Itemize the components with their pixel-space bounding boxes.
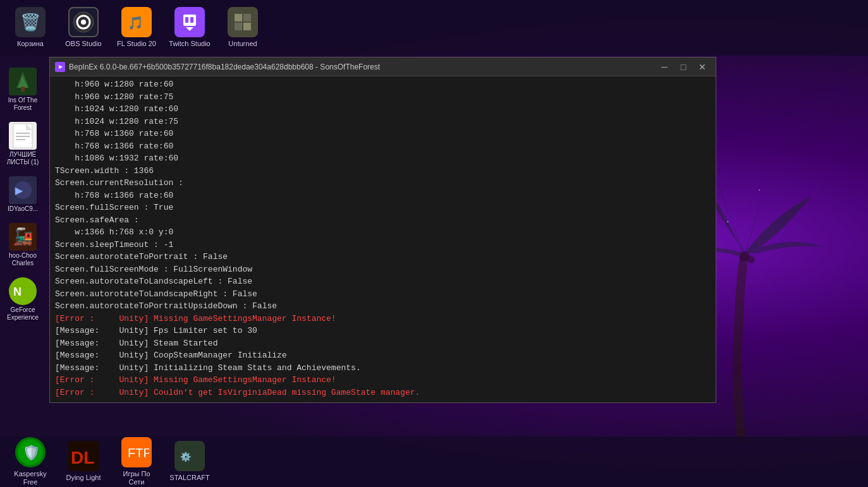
taskbar-top: 🗑️ Корзина OBS Studio 🎵 FL Studio 20 [0, 0, 868, 56]
console-line: h:1024 w:1280 rate:75 [55, 116, 711, 128]
ftp-label: Игры ПоСети [123, 470, 150, 486]
console-body: h:800 w:1280 rate:60 h:800 w:1280 rate:7… [50, 76, 716, 402]
taskbar-icon-obs[interactable]: OBS Studio [58, 3, 109, 52]
svg-rect-9 [185, 17, 188, 23]
document-label: ЛУЧШИЕ ЛИСТЫ (1) [4, 151, 42, 166]
console-line: h:1086 w:1932 rate:60 [55, 152, 711, 165]
svg-rect-15 [235, 23, 242, 30]
taskbar-icon-recycle-bin[interactable]: 🗑️ Корзина [5, 3, 56, 52]
console-line: [Message: Unity] Fps Limiter set to 30 [55, 325, 711, 337]
taskbar-icon-dying-light[interactable]: DL Dying Light [58, 437, 109, 486]
taskbar-icon-unturned[interactable]: Unturned [217, 3, 268, 52]
minimize-button[interactable]: ─ [656, 61, 673, 73]
svg-rect-13 [235, 14, 242, 21]
fl-studio-icon: 🎵 [121, 7, 152, 37]
stalcraft-icon: ⚙️ [174, 441, 205, 471]
console-line: h:960 w:1280 rate:60 [55, 78, 711, 91]
recycle-bin-label: Корзина [17, 40, 44, 48]
desktop-icon-document[interactable]: ЛУЧШИЕ ЛИСТЫ (1) [1, 119, 44, 169]
dying-light-label: Dying Light [66, 474, 101, 482]
dying-light-icon: DL [68, 441, 99, 471]
close-button[interactable]: ✕ [694, 61, 711, 73]
console-titlebar: BepInEx 6.0.0-be.667+6b500b35727716f8ba1… [50, 57, 716, 76]
game2-icon: ▶ [9, 176, 37, 204]
desktop-icon-nvidia[interactable]: N GeForce Experience [1, 275, 44, 324]
fl-studio-label: FL Studio 20 [117, 40, 156, 48]
nvidia-icon: N [9, 277, 37, 305]
unturned-label: Unturned [228, 40, 257, 48]
svg-text:N: N [13, 286, 21, 298]
console-title: BepInEx 6.0.0-be.667+6b500b35727716f8ba1… [69, 63, 656, 71]
desktop-icon-sons-of-forest[interactable]: Ins Of TheForest [1, 65, 44, 114]
console-line: Screen.sleepTimeout : -1 [55, 239, 711, 251]
console-line: h:768 w:1366 rate:60 [55, 140, 711, 153]
taskbar-icon-ftp[interactable]: FTP Игры ПоСети [111, 433, 162, 487]
taskbar-icon-stalcraft[interactable]: ⚙️ STALCRAFT [164, 437, 215, 486]
console-line: h:1024 w:1280 rate:60 [55, 103, 711, 116]
choo-choo-icon: 🚂 [9, 223, 37, 251]
console-line: Screen.safeArea : [55, 214, 711, 227]
obs-icon [68, 7, 99, 37]
sons-of-forest-icon [9, 68, 37, 95]
taskbar-icon-twitch-studio[interactable]: Twitch Studio [164, 3, 215, 52]
svg-rect-10 [190, 17, 193, 23]
document-icon [9, 122, 37, 150]
choo-choo-label: hoo-Choo Charles [4, 252, 42, 267]
sons-of-forest-label: Ins Of TheForest [8, 97, 38, 112]
console-line: Screen.autorotateToLandscapeRight : Fals… [55, 288, 711, 301]
desktop-icon-game2[interactable]: ▶ IDYaoC9... [1, 174, 44, 215]
console-line: Screen.autorotateToPortrait : False [55, 251, 711, 263]
console-output[interactable]: h:800 w:1280 rate:60 h:800 w:1280 rate:7… [50, 76, 716, 402]
twitch-studio-icon [174, 7, 205, 37]
console-line: [Message: Unity] CoopSteamManager Initia… [55, 349, 711, 362]
console-line: [Message: Unity] Initializing Steam Stat… [55, 362, 711, 375]
desktop-icon-choo-choo[interactable]: 🚂 hoo-Choo Charles [1, 220, 44, 270]
console-line: [Error : Unity] Couldn't get IsVirginiaD… [55, 387, 711, 399]
maximize-button[interactable]: □ [675, 61, 692, 73]
console-line: [Error : Unity] Missing GameSettingsMana… [55, 313, 711, 325]
svg-text:DL: DL [71, 448, 94, 467]
svg-text:FTP: FTP [128, 446, 149, 460]
console-line: w:1366 h:768 x:0 y:0 [55, 226, 711, 239]
taskbar-bottom: 🛡️ Kaspersky Free DL Dying Light FTP [0, 436, 868, 487]
console-line: Screen.autorotateToPortraitUpsideDown : … [55, 300, 711, 313]
console-line: h:960 w:1280 rate:75 [55, 91, 711, 104]
desktop-icons-left: Ins Of TheForest ЛУЧШИЕ ЛИСТЫ (1) ▶ [0, 60, 46, 436]
taskbar-icon-kaspersky[interactable]: 🛡️ Kaspersky Free [5, 433, 56, 487]
svg-rect-20 [21, 87, 25, 92]
obs-label: OBS Studio [65, 40, 101, 48]
console-icon [55, 62, 65, 72]
console-line: [Message: Unity] Steam Started [55, 337, 711, 350]
nvidia-label: GeForce Experience [4, 306, 42, 322]
taskbar-icon-fl-studio[interactable]: 🎵 FL Studio 20 [111, 3, 162, 52]
kaspersky-label: Kaspersky Free [8, 470, 53, 486]
console-line: Screen.currentResolution : [55, 177, 711, 189]
desktop: 🗑️ Корзина OBS Studio 🎵 FL Studio 20 [0, 0, 868, 487]
svg-point-4 [81, 20, 86, 25]
ftp-icon: FTP [121, 437, 152, 467]
console-window: BepInEx 6.0.0-be.667+6b500b35727716f8ba1… [49, 57, 716, 403]
recycle-bin-icon: 🗑️ [15, 7, 46, 37]
console-line: Screen.autorotateToLandscapeLeft : False [55, 275, 711, 288]
twitch-studio-label: Twitch Studio [169, 40, 210, 48]
console-line: TScreen.width : 1366 [55, 165, 711, 177]
console-line: [Error : Unity] Missing GameSettingsMana… [55, 374, 711, 387]
svg-text:🚂: 🚂 [13, 226, 34, 246]
console-line: h:768 w:1366 rate:60 [55, 189, 711, 202]
console-line: h:768 w:1360 rate:60 [55, 128, 711, 140]
console-line: Screen.fullScreenMode : FullScreenWindow [55, 263, 711, 276]
console-line: Screen.fullScreen : True [55, 201, 711, 214]
game2-label: IDYaoC9... [8, 205, 38, 213]
svg-rect-16 [243, 23, 251, 30]
svg-text:▶: ▶ [15, 185, 23, 196]
svg-text:⚙️: ⚙️ [180, 452, 192, 462]
unturned-icon [228, 7, 258, 37]
svg-text:🛡️: 🛡️ [23, 444, 40, 461]
console-controls: ─ □ ✕ [656, 61, 711, 73]
stalcraft-label: STALCRAFT [169, 474, 209, 482]
kaspersky-icon: 🛡️ [15, 437, 46, 467]
svg-text:🎵: 🎵 [128, 15, 144, 30]
svg-rect-14 [243, 14, 251, 21]
